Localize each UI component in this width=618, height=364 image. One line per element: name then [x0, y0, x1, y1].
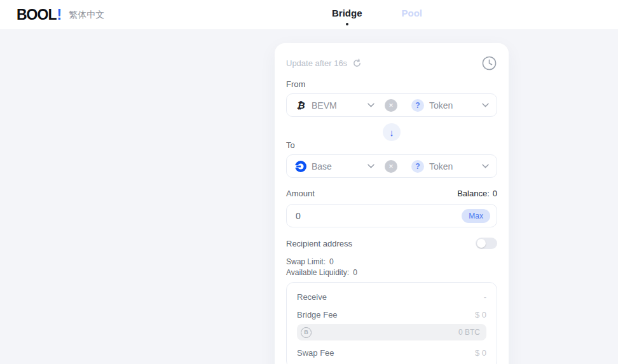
recipient-row: Recipient address	[286, 238, 497, 249]
bridge-fee-value: $ 0	[475, 310, 486, 320]
bridge-fee-label: Bridge Fee	[297, 310, 338, 320]
tab-pool[interactable]: Pool	[402, 8, 423, 18]
tab-pool-label: Pool	[402, 8, 423, 18]
amount-row: Amount Balance:0	[286, 189, 497, 198]
base-network-icon	[294, 160, 307, 173]
to-token-name: Token	[429, 161, 482, 172]
arrow-down-icon: ↓	[389, 127, 394, 138]
swap-limit-label: Swap Limit:	[286, 257, 326, 266]
from-token-select[interactable]: ? Token	[411, 99, 489, 112]
available-liquidity-line: Available Liquidity:0	[286, 268, 497, 277]
receive-row: Receive -	[297, 292, 486, 302]
receive-label: Receive	[297, 292, 327, 302]
chevron-down-icon	[482, 164, 489, 168]
swap-direction-button[interactable]: ↓	[383, 123, 401, 141]
bevm-network-icon: ₿	[294, 100, 307, 111]
receive-value: -	[484, 292, 486, 302]
from-label: From	[286, 79, 497, 89]
tab-bridge[interactable]: Bridge	[332, 8, 362, 18]
fee-summary-panel: Receive - Bridge Fee $ 0 B 0 BTC Swap Fe…	[286, 282, 497, 364]
swap-limit-value: 0	[329, 257, 334, 266]
clear-from-token-button[interactable]: ✕	[385, 99, 397, 112]
to-token-select[interactable]: ? Token	[411, 160, 489, 173]
brand: BOOL! 繁体中文	[17, 6, 104, 24]
bridge-card: Update after 16s From ₿ BEVM ✕ ? Token	[275, 43, 509, 364]
question-icon: ?	[411, 99, 424, 112]
swap-limit-line: Swap Limit:0	[286, 257, 497, 266]
balance-value: 0	[493, 189, 497, 198]
logo-exclamation: !	[57, 6, 61, 23]
bridge-fee-token-bar: B 0 BTC	[297, 324, 486, 340]
amount-label: Amount	[286, 189, 315, 198]
refresh-icon[interactable]	[352, 58, 362, 68]
tab-bridge-label: Bridge	[332, 8, 362, 18]
btc-coin-icon: B	[301, 327, 312, 338]
swap-fee-row: Swap Fee $ 0	[297, 348, 486, 358]
clear-to-token-button[interactable]: ✕	[385, 160, 397, 173]
amount-input[interactable]	[296, 211, 462, 221]
recipient-address-toggle[interactable]	[476, 238, 497, 249]
history-clock-icon[interactable]	[481, 55, 497, 71]
toggle-knob	[477, 239, 486, 248]
top-bar: BOOL! 繁体中文 Bridge Pool	[0, 0, 618, 29]
to-network-name: Base	[312, 161, 367, 172]
close-icon: ✕	[388, 102, 394, 109]
available-liquidity-label: Available Liquidity:	[286, 268, 349, 277]
update-countdown-text: Update after 16s	[286, 58, 347, 68]
amount-input-box: Max	[286, 204, 497, 227]
from-token-name: Token	[429, 100, 482, 111]
to-label: To	[286, 140, 497, 150]
swap-fee-label: Swap Fee	[297, 348, 334, 358]
from-select-row: ₿ BEVM ✕ ? Token	[286, 93, 497, 117]
language-selector[interactable]: 繁体中文	[69, 10, 104, 21]
chevron-down-icon	[482, 103, 489, 107]
bool-logo: BOOL!	[17, 6, 61, 24]
chevron-down-icon	[367, 164, 374, 168]
balance-text: Balance:0	[457, 189, 497, 198]
close-icon: ✕	[388, 163, 394, 170]
to-network-select[interactable]: Base	[294, 160, 374, 173]
nav-tabs: Bridge Pool	[332, 8, 422, 18]
max-button[interactable]: Max	[462, 209, 490, 223]
from-network-select[interactable]: ₿ BEVM	[294, 100, 374, 111]
chevron-down-icon	[367, 103, 374, 107]
question-icon: ?	[411, 160, 424, 173]
active-tab-indicator	[346, 23, 348, 25]
bridge-fee-token-amount: 0 BTC	[458, 328, 480, 337]
refresh-row: Update after 16s	[286, 55, 497, 71]
to-select-row: Base ✕ ? Token	[286, 154, 497, 178]
available-liquidity-value: 0	[353, 268, 357, 277]
swap-fee-value: $ 0	[475, 348, 486, 358]
from-network-name: BEVM	[312, 100, 367, 111]
bridge-fee-row: Bridge Fee $ 0	[297, 310, 486, 320]
recipient-address-label: Recipient address	[286, 239, 352, 248]
